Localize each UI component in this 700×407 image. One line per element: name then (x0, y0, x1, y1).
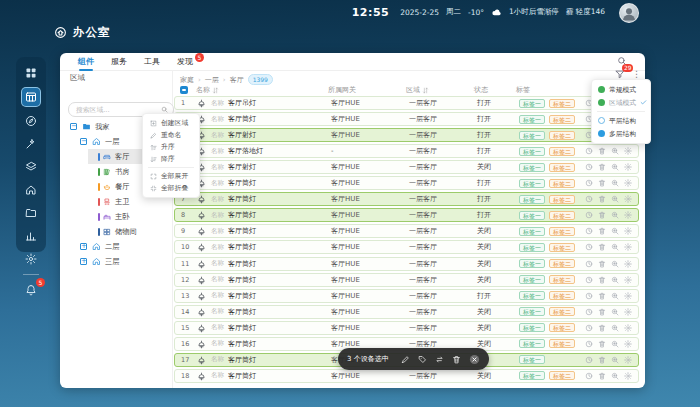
inspect-icon[interactable] (611, 179, 619, 187)
inspect-icon[interactable] (611, 260, 619, 268)
delete-icon[interactable] (598, 308, 606, 316)
row-settings-icon[interactable] (624, 292, 632, 300)
table-row[interactable]: 13名称客厅筒灯客厅HUE一层客厅打开标签一标签二 (174, 289, 639, 303)
row-settings-icon[interactable] (624, 276, 632, 284)
table-row[interactable]: 6名称客厅筒灯客厅HUE一层客厅打开标签一标签二 (174, 176, 639, 190)
row-settings-icon[interactable] (624, 195, 632, 203)
table-row[interactable]: 15名称客厅筒灯客厅HUE一层客厅关闭标签一标签二 (174, 321, 639, 335)
row-settings-icon[interactable] (624, 372, 632, 380)
tree-floor[interactable]: +三层 (60, 254, 172, 269)
rail-item-dashboard[interactable] (22, 64, 40, 82)
timer-icon[interactable] (585, 179, 593, 187)
rail-item-automation[interactable] (22, 158, 40, 176)
delete-icon[interactable] (598, 211, 606, 219)
rail-item-notifications[interactable]: 5 (22, 281, 40, 299)
row-settings-icon[interactable] (624, 243, 632, 251)
table-row[interactable]: 7名称客厅筒灯客厅HUE一层客厅打开标签一标签二 (174, 192, 639, 206)
rail-item-settings[interactable] (22, 250, 40, 268)
delete-icon[interactable] (598, 147, 606, 155)
context-menu-item[interactable]: 升序 (143, 141, 199, 153)
row-settings-icon[interactable] (624, 340, 632, 348)
row-settings-icon[interactable] (624, 356, 632, 364)
timer-icon[interactable] (585, 340, 593, 348)
rail-item-scene[interactable] (22, 135, 40, 153)
timer-icon[interactable] (585, 243, 593, 251)
inspect-icon[interactable] (611, 163, 619, 171)
delete-icon[interactable] (598, 292, 606, 300)
row-settings-icon[interactable] (624, 179, 632, 187)
timer-icon[interactable] (585, 372, 593, 380)
timer-icon[interactable] (585, 260, 593, 268)
timer-icon[interactable] (585, 163, 593, 171)
avatar[interactable] (619, 3, 639, 23)
delete-icon[interactable] (598, 260, 606, 268)
row-settings-icon[interactable] (624, 260, 632, 268)
row-settings-icon[interactable] (624, 227, 632, 235)
timer-icon[interactable] (585, 324, 593, 332)
view-menu-item[interactable]: 平层结构 (592, 114, 650, 127)
delete-icon[interactable] (598, 227, 606, 235)
table-row[interactable]: 5名称客厅射灯客厅HUE一层客厅关闭标签一标签二 (174, 160, 639, 174)
context-menu-item[interactable]: 全部折叠 (143, 182, 199, 194)
inspect-icon[interactable] (611, 211, 619, 219)
move-icon[interactable] (435, 355, 444, 364)
inspect-icon[interactable] (611, 227, 619, 235)
delete-icon[interactable] (598, 340, 606, 348)
timer-icon[interactable] (585, 356, 593, 364)
context-menu-item[interactable]: 创建区域 (143, 117, 199, 129)
row-settings-icon[interactable] (624, 308, 632, 316)
delete-icon[interactable] (598, 324, 606, 332)
tab-1[interactable]: 组件 (78, 56, 94, 67)
context-menu-item[interactable]: 降序 (143, 153, 199, 165)
table-row[interactable]: 14名称客厅筒灯客厅HUE一层客厅关闭标签一标签二 (174, 305, 639, 319)
inspect-icon[interactable] (611, 324, 619, 332)
table-row[interactable]: 10名称客厅筒灯客厅HUE一层客厅关闭标签一标签二 (174, 240, 639, 254)
view-menu-item[interactable]: 区域模式 (592, 96, 650, 109)
table-row[interactable]: 9名称客厅筒灯客厅HUE一层客厅关闭标签一标签二 (174, 224, 639, 238)
inspect-icon[interactable] (611, 147, 619, 155)
tab-4[interactable]: 发现5 (177, 56, 193, 67)
row-settings-icon[interactable] (624, 211, 632, 219)
rail-item-home[interactable] (22, 181, 40, 199)
delete-icon[interactable] (598, 243, 606, 251)
table-row[interactable]: 4名称客厅落地灯-一层客厅打开标签一标签二 (174, 144, 639, 158)
delete-icon[interactable] (598, 372, 606, 380)
inspect-icon[interactable] (611, 356, 619, 364)
tag-icon[interactable] (418, 355, 427, 364)
tab-2[interactable]: 服务 (111, 56, 127, 67)
context-menu-item[interactable]: 重命名 (143, 129, 199, 141)
rail-item-discover[interactable] (22, 112, 40, 130)
delete-icon[interactable] (598, 179, 606, 187)
inspect-icon[interactable] (611, 308, 619, 316)
tree-room[interactable]: 储物间 (60, 224, 172, 239)
collapse-toggle[interactable]: + (80, 258, 87, 265)
context-menu-item[interactable]: 全部展开 (143, 170, 199, 182)
timer-icon[interactable] (585, 227, 593, 235)
view-menu-item[interactable]: 多层结构 (592, 127, 650, 140)
rail-item-files[interactable] (22, 204, 40, 222)
timer-icon[interactable] (585, 292, 593, 300)
delete-icon[interactable] (452, 355, 461, 364)
table-row[interactable]: 8名称客厅筒灯客厅HUE一层客厅打开标签一标签二 (174, 208, 639, 222)
tree-room[interactable]: 主卧 (60, 209, 172, 224)
row-settings-icon[interactable] (624, 163, 632, 171)
delete-icon[interactable] (598, 356, 606, 364)
tab-3[interactable]: 工具 (144, 56, 160, 67)
delete-icon[interactable] (598, 195, 606, 203)
inspect-icon[interactable] (611, 276, 619, 284)
inspect-icon[interactable] (611, 292, 619, 300)
inspect-icon[interactable] (611, 195, 619, 203)
collapse-toggle[interactable]: − (80, 138, 87, 145)
timer-icon[interactable] (585, 308, 593, 316)
tree-floor[interactable]: +二层 (60, 239, 172, 254)
close-icon[interactable] (469, 354, 480, 365)
inspect-icon[interactable] (611, 340, 619, 348)
table-row[interactable]: 12名称客厅筒灯客厅HUE一层客厅关闭标签一标签二 (174, 273, 639, 287)
timer-icon[interactable] (585, 195, 593, 203)
table-row[interactable]: 2名称客厅筒灯客厅HUE一层客厅打开标签一标签二 (174, 112, 639, 126)
timer-icon[interactable] (585, 147, 593, 155)
inspect-icon[interactable] (611, 243, 619, 251)
table-row[interactable]: 1名称客厅吊灯客厅HUE一层客厅打开标签一标签二 (174, 96, 639, 110)
inspect-icon[interactable] (611, 372, 619, 380)
collapse-toggle[interactable]: − (70, 123, 77, 130)
